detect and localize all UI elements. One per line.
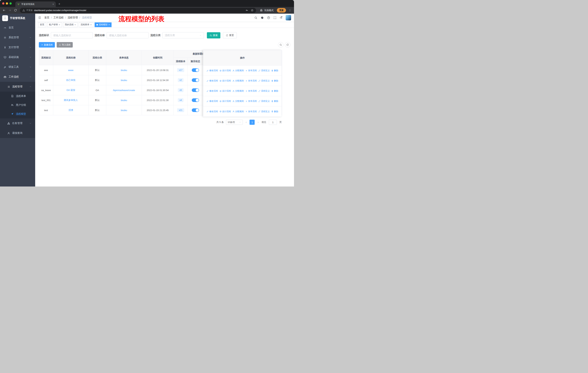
tag-close-icon[interactable]: × [74, 23, 76, 26]
sidebar-item-dev-tools[interactable]: 研发工具 [0, 62, 35, 72]
minimize-window-button[interactable] [6, 2, 8, 5]
tag-close-icon[interactable]: × [90, 23, 92, 26]
active-toggle[interactable] [192, 98, 199, 102]
browser-tab[interactable]: 芋道管理系统 × [15, 1, 56, 7]
tag-my-process[interactable]: 我的流程× [63, 22, 78, 27]
process-name-link[interactable]: OA 请假 [66, 89, 75, 91]
sidebar-item-user-group[interactable]: 用户分组 [0, 101, 35, 110]
tab-close-icon[interactable]: × [52, 3, 54, 6]
design-process-link[interactable]: 设计流程 [220, 79, 231, 82]
reset-button[interactable]: 重置 [223, 32, 237, 39]
active-toggle[interactable] [192, 78, 199, 82]
browser-update-button[interactable]: 更新 [277, 8, 286, 13]
tag-close-icon[interactable]: × [59, 23, 60, 26]
process-category-select[interactable]: 流程分类 [162, 32, 204, 39]
next-page-button[interactable]: › [257, 120, 259, 124]
modify-process-link[interactable]: 修改流程 [207, 100, 218, 103]
back-icon[interactable] [2, 9, 6, 12]
modify-process-link[interactable]: 修改流程 [207, 90, 218, 92]
tag-close-icon[interactable]: × [108, 23, 110, 26]
github-icon[interactable] [261, 16, 264, 19]
publish-process-link[interactable]: 发布流程 [245, 100, 257, 103]
process-definition-link[interactable]: 流程定义 [258, 110, 270, 113]
form-info-link[interactable]: /bpm/oa/leave/create [113, 89, 135, 92]
sidebar-item-process-model[interactable]: 流程模型 [0, 110, 35, 118]
new-tab-button[interactable]: + [58, 2, 60, 6]
tag-home[interactable]: 首页 [38, 22, 46, 27]
design-process-link[interactable]: 设计流程 [220, 90, 231, 92]
goto-page-input[interactable] [269, 120, 277, 125]
help-icon[interactable] [267, 16, 270, 19]
sidebar-toggle-icon[interactable] [38, 16, 41, 19]
delete-link[interactable]: 删除 [271, 69, 278, 72]
create-process-button[interactable]: 新建流程 [39, 42, 55, 48]
delete-link[interactable]: 删除 [271, 110, 278, 113]
process-definition-link[interactable]: 流程定义 [258, 69, 270, 72]
process-definition-link[interactable]: 流程定义 [258, 100, 270, 103]
modify-process-link[interactable]: 修改流程 [207, 110, 218, 113]
assign-rule-link[interactable]: 分配规则 [232, 69, 244, 72]
sidebar-item-system-management[interactable]: 系统管理 [0, 33, 35, 42]
assign-rule-link[interactable]: 分配规则 [232, 90, 244, 92]
process-name-input[interactable] [107, 32, 148, 39]
breadcrumb-item-process-management[interactable]: 流程管理 [68, 16, 78, 19]
publish-process-link[interactable]: 发布流程 [245, 90, 257, 92]
breadcrumb-item-workflow[interactable]: 工作流程 [53, 16, 64, 19]
zoom-window-button[interactable] [10, 2, 12, 5]
sidebar-item-infrastructure[interactable]: 基础设施 [0, 52, 35, 62]
process-definition-link[interactable]: 流程定义 [258, 90, 270, 92]
active-toggle[interactable] [192, 68, 199, 72]
sidebar-item-process-management[interactable]: 流程管理 [0, 82, 35, 92]
process-name-link[interactable]: 自己审批 [66, 79, 76, 81]
search-button[interactable]: 搜索 [207, 32, 220, 39]
assign-rule-link[interactable]: 分配规则 [232, 100, 244, 103]
search-icon[interactable] [254, 16, 257, 19]
tag-process-form[interactable]: 流程表单× [79, 22, 94, 27]
breadcrumb-item-home[interactable]: 首页 [44, 16, 49, 19]
url-bar[interactable]: 不安全 dashboard.yudao.iocoder.cn/bpm/manag… [20, 8, 256, 13]
tag-tenant-management[interactable]: 租户管理× [47, 22, 62, 27]
process-name-link[interactable]: 测试多审批人 [64, 99, 78, 101]
process-key-input[interactable] [51, 32, 93, 39]
publish-process-link[interactable]: 发布流程 [245, 69, 257, 72]
prev-page-button[interactable]: ‹ [245, 120, 248, 124]
browser-menu-icon[interactable] [289, 9, 292, 12]
design-process-link[interactable]: 设计流程 [220, 69, 231, 72]
font-size-icon[interactable]: TT [280, 16, 282, 19]
password-key-icon[interactable] [245, 9, 248, 12]
design-process-link[interactable]: 设计流程 [220, 110, 231, 113]
sidebar-item-home[interactable]: 首页 [0, 23, 35, 33]
form-info-link[interactable]: biubiu [121, 109, 127, 112]
reload-icon[interactable] [14, 9, 17, 12]
tag-process-model[interactable]: 流程模型× [94, 22, 112, 27]
forward-icon[interactable] [8, 9, 11, 12]
refresh-table-button[interactable] [285, 42, 290, 48]
publish-process-link[interactable]: 发布流程 [245, 110, 257, 113]
assign-rule-link[interactable]: 分配规则 [232, 79, 244, 82]
active-toggle[interactable] [192, 108, 199, 112]
sidebar-item-workflow[interactable]: 工作流程 [0, 72, 35, 82]
fullscreen-icon[interactable] [273, 16, 276, 19]
sidebar-item-task-management[interactable]: 任务管理 [0, 118, 35, 128]
toggle-search-button[interactable] [278, 42, 284, 48]
process-name-link[interactable]: eeee [68, 69, 74, 71]
close-window-button[interactable] [2, 2, 4, 5]
form-info-link[interactable]: biubiu [121, 69, 127, 71]
delete-link[interactable]: 删除 [271, 79, 278, 82]
form-info-link[interactable]: biubiu [121, 79, 127, 81]
sidebar-item-leave-query[interactable]: 请假查询 [0, 128, 35, 138]
form-info-link[interactable]: biubiu [121, 99, 127, 102]
import-process-button[interactable]: 导入流程 [57, 42, 73, 48]
process-definition-link[interactable]: 流程定义 [258, 79, 270, 82]
modify-process-link[interactable]: 修改流程 [207, 69, 218, 72]
sidebar-item-payment-management[interactable]: 支付管理 [0, 42, 35, 52]
design-process-link[interactable]: 设计流程 [220, 100, 231, 103]
assign-rule-link[interactable]: 分配规则 [232, 110, 244, 113]
modify-process-link[interactable]: 修改流程 [207, 79, 218, 82]
user-avatar[interactable] [286, 15, 291, 20]
page-number-button[interactable]: 1 [250, 120, 255, 125]
bookmark-star-icon[interactable] [251, 9, 253, 12]
active-toggle[interactable] [192, 88, 199, 92]
process-name-link[interactable]: 滔博 [69, 109, 73, 111]
delete-link[interactable]: 删除 [271, 100, 278, 103]
